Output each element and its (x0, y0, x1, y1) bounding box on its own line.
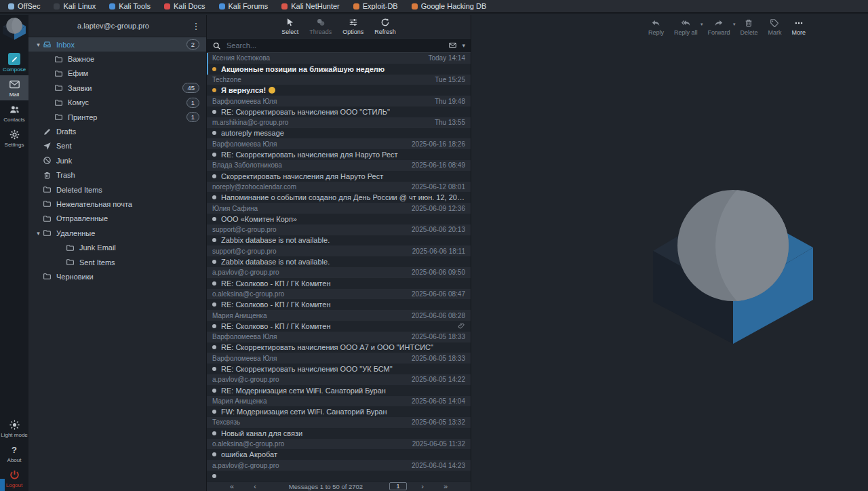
message-sender: a.pavlov@c-group.pro (212, 462, 406, 469)
bookmark-kali-forums[interactable]: Kali Forums (219, 2, 269, 10)
folder-item-sent-items[interactable]: Sent Items (28, 255, 206, 269)
message-row[interactable]: TechzoneTue 15:25Я вернулся! (207, 75, 471, 96)
chevron-down-icon[interactable]: ▾ (462, 42, 465, 49)
trash-icon (43, 171, 52, 180)
bookmark-kali-linux[interactable]: Kali Linux (54, 2, 96, 10)
taskbar-corner (0, 479, 5, 491)
folder-item-комус[interactable]: Комус1 (28, 96, 206, 110)
bookmark-google-hacking-db[interactable]: Google Hacking DB (412, 2, 487, 10)
exploit-db-favicon (353, 3, 359, 9)
page-last-button[interactable]: » (434, 482, 457, 491)
message-row[interactable]: Варфоломеева ЮляThu 19:48RE: Скорректиро… (207, 96, 471, 117)
reply-all-button[interactable]: ▾Reply all (674, 18, 698, 36)
pencil-icon (43, 127, 52, 136)
folder-item-ефим[interactable]: Ефим (28, 66, 206, 81)
chevron-down-icon[interactable]: ▾ (733, 22, 736, 27)
rail-item-mail[interactable]: Mail (0, 75, 28, 100)
message-row[interactable]: o.aleksina@c-group.pro2025-06-05 11:32ош… (207, 439, 471, 460)
kebab-menu-icon[interactable]: ⋮ (189, 21, 203, 31)
mark-button[interactable]: Mark (768, 18, 781, 36)
search-input[interactable] (225, 41, 443, 50)
reply-button[interactable]: Reply (648, 18, 664, 36)
message-subject: Zabbix database is not available. (221, 236, 465, 244)
folder-item-важное[interactable]: Важное (28, 52, 206, 66)
message-row[interactable]: support@c-group.pro2025-06-06 20:13Zabbi… (207, 224, 471, 246)
folder-item-отправленные[interactable]: Отправленные (28, 212, 206, 226)
read-dot-icon (212, 260, 216, 264)
rail-item-about[interactable]: ?About (0, 441, 28, 466)
folder-item-удаленные[interactable]: ▾Удаленные (28, 226, 206, 240)
message-row[interactable]: Техсвязь2025-06-05 13:32Новый канал для … (207, 417, 471, 439)
more-button[interactable]: More (791, 18, 806, 36)
rail-item-compose[interactable]: Compose (0, 50, 28, 75)
delete-button[interactable]: Delete (740, 18, 757, 36)
message-sender: Варфоломеева Юля (212, 140, 406, 148)
message-meta-line: Ксения КостюковаToday 14:14 (207, 53, 471, 64)
chevron-down-icon[interactable]: ▾ (34, 230, 43, 237)
rail-item-label: Settings (5, 142, 24, 148)
message-row[interactable]: Юлия Сафина2025-06-09 12:36ООО «Комитен … (207, 203, 471, 224)
message-row[interactable]: a.pavlov@c-group.pro2025-06-04 14:23 (207, 460, 471, 481)
rail-item-contacts[interactable]: Contacts (0, 100, 28, 125)
folder-item-inbox[interactable]: ▾Inbox2 (28, 37, 206, 52)
message-row[interactable]: Варфоломеева Юля2025-06-05 18:33RE: Скор… (207, 332, 471, 353)
forward-button[interactable]: ▾Forward (707, 18, 730, 36)
unread-count-badge: 1 (186, 98, 199, 108)
bookmark-kali-tools[interactable]: Kali Tools (109, 2, 151, 10)
message-subject-line: Zabbix database is not available. (207, 256, 471, 267)
folder-item-drafts[interactable]: Drafts (28, 124, 206, 138)
page-prev-button[interactable]: ‹ (243, 482, 267, 491)
message-row[interactable]: Варфоломеева Юля2025-06-16 18:26RE: Скор… (207, 138, 471, 160)
read-dot-icon (212, 431, 216, 435)
envelope-filter-icon[interactable] (448, 41, 458, 50)
folder-item-trash[interactable]: Trash (28, 168, 206, 182)
folder-item-sent[interactable]: Sent (28, 139, 206, 153)
message-row[interactable]: support@c-group.pro2025-06-06 18:11Zabbi… (207, 246, 471, 267)
folder-icon (54, 98, 63, 107)
message-sender: Варфоломеева Юля (212, 333, 406, 340)
page-next-button[interactable]: › (411, 482, 434, 491)
message-row[interactable]: noreply@zohocalendar.com2025-06-12 08:01… (207, 182, 471, 203)
message-row[interactable]: o.aleksina@c-group.pro2025-06-06 08:47RE… (207, 289, 471, 311)
select-button[interactable]: Select (281, 18, 298, 35)
threads-icon (316, 18, 326, 27)
question-icon: ? (9, 444, 20, 456)
bookmark-offsec[interactable]: OffSec (8, 2, 40, 10)
folder-label: Нежелательная почта (56, 200, 206, 208)
folder-item-junk-email[interactable]: Junk Email (28, 240, 206, 254)
refresh-button[interactable]: Refresh (374, 18, 396, 35)
bookmark-kali-docs[interactable]: Kali Docs (164, 2, 205, 10)
message-row[interactable]: Варфоломеева Юля2025-06-05 18:33RE: Скор… (207, 353, 471, 374)
bookmark-exploit-db[interactable]: Exploit-DB (353, 2, 398, 10)
folder-item-принтер[interactable]: Принтер1 (28, 110, 206, 124)
power-icon (9, 469, 20, 481)
message-row[interactable]: Ксения КостюковаToday 14:14Акционные поз… (207, 53, 471, 75)
message-meta-line: support@c-group.pro2025-06-06 20:13 (207, 224, 471, 235)
bookmark-kali-nethunter[interactable]: Kali NetHunter (281, 2, 340, 10)
page-first-button[interactable]: « (220, 482, 243, 491)
folder-item-черновики[interactable]: Черновики (28, 269, 206, 283)
options-button[interactable]: Options (342, 18, 363, 35)
threads-button[interactable]: Threads (309, 18, 332, 35)
message-subject-line: Акционные позиции на ближайшую неделю (207, 64, 471, 75)
chevron-down-icon[interactable]: ▾ (34, 41, 43, 48)
message-row[interactable]: a.pavlov@c-group.pro2025-06-05 14:22RE: … (207, 374, 471, 396)
page-number-input[interactable]: 1 (389, 482, 407, 490)
message-row[interactable]: Мария Анищенка2025-06-05 14:04FW: Модерн… (207, 396, 471, 418)
folder-item-junk[interactable]: Junk (28, 153, 206, 168)
message-row[interactable]: Мария Анищенка2025-06-06 08:28RE: Сколко… (207, 310, 471, 332)
message-subject: RE: Сколково - КП / ГК Комитен (221, 322, 455, 330)
message-date: 2025-06-06 08:28 (412, 312, 465, 319)
bookmark-label: Kali Forums (229, 2, 269, 10)
chevron-down-icon[interactable]: ▾ (701, 22, 703, 27)
message-sender: Ксения Костюкова (212, 54, 423, 62)
rail-item-light-mode[interactable]: Light mode (0, 416, 28, 441)
message-date: 2025-06-16 18:26 (412, 140, 465, 148)
folder-item-заявки[interactable]: Заявки45 (28, 81, 206, 95)
folder-item-нежелательная-почта[interactable]: Нежелательная почта (28, 197, 206, 211)
message-row[interactable]: a.pavlov@c-group.pro2025-06-06 09:50RE: … (207, 267, 471, 289)
message-row[interactable]: Влада Заболотникова2025-06-16 08:49Скорр… (207, 160, 471, 182)
folder-item-deleted-items[interactable]: Deleted Items (28, 182, 206, 197)
rail-item-settings[interactable]: Settings (0, 125, 28, 151)
message-row[interactable]: m.arshikina@c-group.proThu 13:55autorepl… (207, 117, 471, 139)
